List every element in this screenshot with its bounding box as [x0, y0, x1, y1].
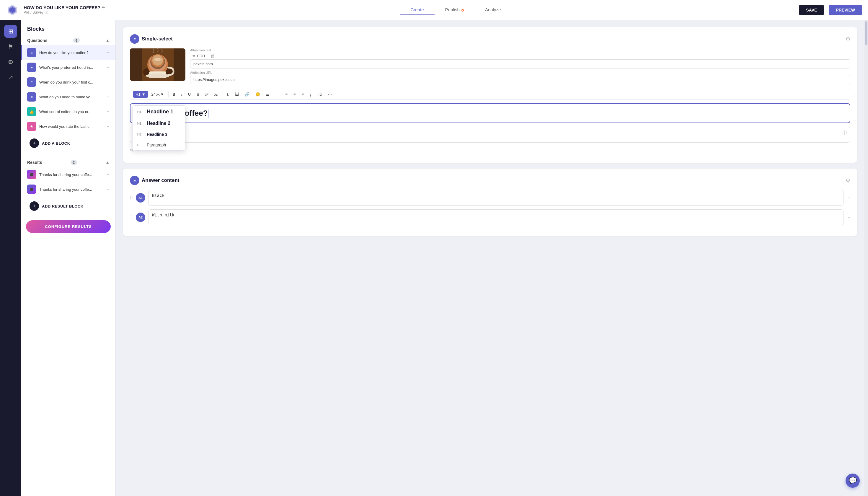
bold-button[interactable]: B — [170, 91, 178, 98]
tab-create[interactable]: Create — [400, 5, 435, 15]
preview-button[interactable]: PREVIEW — [829, 5, 862, 15]
answer-content-card: ≡ Answer content ⚙ ⠿ A1 ··· ⠿ A2 ··· — [123, 169, 857, 236]
toolbar-tx-btn[interactable]: Tx — [315, 91, 324, 98]
add-block-button[interactable]: + ADD A BLOCK — [26, 136, 111, 150]
heading-select[interactable]: H1 ▼ — [133, 91, 148, 98]
attribution-url-label: Attribution URL — [190, 71, 850, 74]
sidebar-item-settings[interactable]: ⚙ — [4, 56, 17, 68]
edit-title-icon[interactable]: ✏ — [102, 5, 105, 10]
right-scrollbar[interactable] — [865, 20, 868, 496]
configure-results-button[interactable]: CONFIGURE RESULTS — [26, 220, 111, 233]
tab-analyze[interactable]: Analyze — [475, 5, 511, 15]
toolbar-align-left-btn[interactable]: ≡ — [283, 91, 290, 98]
block-icon-r1: ⬛ — [27, 170, 36, 179]
card-type-badge: ≡ Single-select — [130, 34, 173, 44]
chat-bubble[interactable]: 💬 — [846, 474, 860, 488]
answer-row-a2: ⠿ A2 ··· — [130, 209, 850, 225]
strikethrough-button[interactable]: S — [194, 91, 202, 98]
dropdown-h1-label: Headline 1 — [147, 109, 173, 115]
block-more-r2[interactable]: ··· — [107, 187, 111, 192]
toolbar-bullet-btn[interactable]: ☰ — [264, 91, 272, 98]
results-count: 2 — [71, 160, 77, 165]
italic-button[interactable]: i — [179, 91, 185, 98]
block-item-q2[interactable]: ≡ What's your preferred hot drin... ··· — [21, 60, 115, 75]
subscript-button[interactable]: x₂ — [212, 91, 220, 98]
delete-button[interactable]: 🗑 — [211, 53, 215, 59]
attribution-text-input[interactable] — [190, 59, 850, 68]
block-icon-r2: ⬛ — [27, 185, 36, 194]
toolbar-ordered-btn[interactable]: ≔ — [273, 91, 282, 98]
block-item-q1[interactable]: ≡ How do you like your coffee? ··· — [21, 45, 115, 60]
dropdown-p[interactable]: P Paragraph — [133, 140, 185, 150]
dropdown-h1-tag: H1 — [137, 110, 143, 114]
answer-card-label: Answer content — [142, 177, 180, 183]
results-chevron[interactable]: ▲ — [105, 160, 110, 165]
questions-chevron[interactable]: ▲ — [105, 38, 110, 43]
toolbar-link-btn[interactable]: 🔗 — [243, 91, 252, 98]
questions-label: Questions — [27, 38, 47, 43]
drag-handle-a1[interactable]: ⠿ — [130, 196, 133, 200]
block-more-r1[interactable]: ··· — [107, 172, 111, 177]
block-more-q2[interactable]: ··· — [107, 65, 111, 70]
toolbar-align-center-btn[interactable]: ≡ — [291, 91, 298, 98]
toolbar-text-btn[interactable]: T. — [224, 91, 231, 98]
heading-select-arrow: ▼ — [142, 92, 145, 96]
dropdown-h2[interactable]: H2 Headline 2 — [133, 118, 185, 129]
tab-publish[interactable]: Publish ● — [435, 5, 475, 15]
block-item-q3[interactable]: ≡ When do you drink your first c... ··· — [21, 75, 115, 90]
description-typing-hint: ng ... — [130, 144, 850, 156]
sidebar-item-grid[interactable]: ⊞ — [4, 25, 17, 38]
description-info-icon[interactable]: ⓘ — [842, 130, 847, 136]
edit-button[interactable]: ✏ EDIT — [190, 52, 208, 59]
block-item-q4[interactable]: ≡ What do you need to make yo... ··· — [21, 90, 115, 104]
block-icon-q4: ≡ — [27, 92, 36, 102]
block-text-q5: What sort of coffee do you or... — [39, 110, 104, 114]
block-more-q4[interactable]: ··· — [107, 94, 111, 99]
block-icon-q5: 👍 — [27, 107, 36, 116]
edit-icon: ✏ — [192, 54, 196, 58]
toolbar-special-btn[interactable]: ƒ — [307, 91, 314, 98]
scrollbar-thumb — [865, 21, 867, 45]
dropdown-h1[interactable]: H1 Headline 1 — [133, 106, 185, 118]
answer-more-a2[interactable]: ··· — [847, 215, 850, 220]
block-item-r1[interactable]: ⬛ Thanks for sharing your coffe... ··· — [21, 167, 115, 182]
svg-rect-12 — [130, 48, 142, 81]
fontsize-select[interactable]: 24px ▼ — [149, 91, 167, 98]
attribution-url-input[interactable] — [190, 75, 850, 84]
block-more-q1[interactable]: ··· — [107, 50, 111, 55]
toolbar-more-btn[interactable]: ⋯ — [326, 91, 334, 98]
toolbar-divider-2 — [222, 92, 222, 97]
drag-handle-a2[interactable]: ⠿ — [130, 215, 133, 220]
answer-more-a1[interactable]: ··· — [847, 195, 850, 200]
answer-input-a2[interactable] — [148, 209, 843, 225]
page-title: HOW DO YOU LIKE YOUR COFFEE? ✏ — [24, 5, 105, 10]
toolbar-emoji-btn[interactable]: 😊 — [253, 91, 262, 98]
block-more-q3[interactable]: ··· — [107, 79, 111, 85]
answer-card-gear[interactable]: ⚙ — [846, 177, 850, 184]
block-more-q5[interactable]: ··· — [107, 109, 111, 114]
heading-select-value: H1 — [136, 92, 141, 96]
dropdown-h3[interactable]: H3 Headline 3 — [133, 129, 185, 140]
logo-area[interactable] — [6, 3, 19, 17]
info-icon[interactable]: ⓘ — [45, 10, 48, 15]
svg-rect-13 — [174, 48, 185, 81]
superscript-button[interactable]: x² — [203, 91, 211, 98]
answer-input-a1[interactable] — [148, 190, 843, 206]
question-text-area[interactable]: ou like your coffee? — [130, 103, 850, 123]
sidebar-item-share[interactable]: ↗ — [4, 71, 17, 84]
block-more-q6[interactable]: ··· — [107, 124, 111, 129]
answers-list: ⠿ A1 ··· ⠿ A2 ··· — [130, 190, 850, 225]
toolbar-align-right-btn[interactable]: ≡ — [299, 91, 307, 98]
add-result-block-button[interactable]: + ADD RESULT BLOCK — [26, 199, 111, 213]
block-text-q1: How do you like your coffee? — [39, 50, 104, 55]
block-item-r2[interactable]: ⬛ Thanks for sharing your coffe... ··· — [21, 182, 115, 197]
sidebar-item-flag[interactable]: ⚑ — [4, 40, 17, 53]
underline-button[interactable]: U — [186, 91, 193, 98]
block-item-q6[interactable]: ★ How would you rate the last c... ··· — [21, 119, 115, 134]
save-button[interactable]: SAVE — [799, 5, 824, 15]
description-input[interactable] — [130, 127, 850, 143]
card-gear-icon[interactable]: ⚙ — [846, 36, 850, 42]
toolbar-image-btn[interactable]: 🖼 — [233, 91, 241, 98]
block-item-q5[interactable]: 👍 What sort of coffee do you or... ··· — [21, 104, 115, 119]
block-icon-q2: ≡ — [27, 63, 36, 72]
